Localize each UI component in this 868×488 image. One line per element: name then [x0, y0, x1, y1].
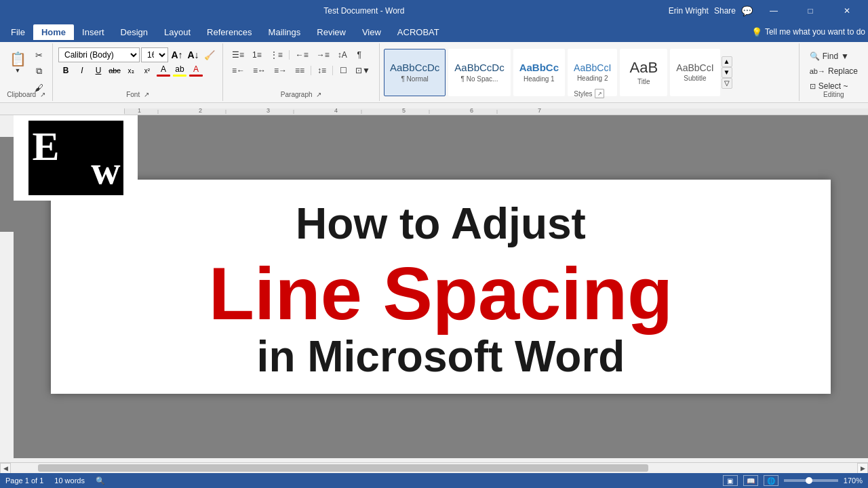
tell-me-input[interactable]: 💡 Tell me what you want to do — [751, 27, 865, 37]
tab-insert[interactable]: Insert — [74, 24, 113, 40]
document-heading: How to Adjust — [92, 200, 790, 247]
zoom-slider[interactable] — [784, 479, 838, 482]
find-button[interactable]: 🔍 Find ▼ — [805, 49, 863, 64]
ruler: 1 2 3 4 5 6 7 — [0, 103, 868, 115]
tab-home[interactable]: Home — [33, 24, 74, 40]
font-color-button[interactable]: A — [156, 63, 171, 78]
subscript-button[interactable]: x₂ — [123, 63, 138, 78]
clear-format-button[interactable]: 🧹 — [202, 47, 217, 62]
tab-mailings[interactable]: Mailings — [260, 24, 309, 40]
font-name-select[interactable]: Calibri (Body) — [58, 47, 140, 62]
logo-w: w — [91, 147, 120, 194]
language-indicator: 🔍 — [96, 476, 105, 485]
show-formatting-button[interactable]: ¶ — [352, 47, 367, 62]
italic-button[interactable]: I — [75, 63, 90, 78]
word-count: 10 words — [54, 476, 85, 485]
align-right-button[interactable]: ≡→ — [271, 63, 290, 78]
scroll-left-button[interactable]: ◀ — [0, 463, 11, 474]
tab-layout[interactable]: Layout — [156, 24, 199, 40]
tab-file[interactable]: File — [3, 24, 33, 40]
document-subtitle: in Microsoft Word — [92, 333, 790, 380]
editing-group: 🔍 Find ▼ ab→ Replace ⊡ Select ~ Editing — [800, 43, 868, 101]
superscript-button[interactable]: x² — [140, 63, 155, 78]
styles-group: AaBbCcDc ¶ Normal AaBbCcDc ¶ No Spac... … — [380, 43, 800, 101]
underline-button[interactable]: U — [91, 63, 106, 78]
font-label: Font ↗ — [53, 91, 222, 98]
print-layout-button[interactable]: ▣ — [723, 475, 738, 486]
tell-me-text: Tell me what you want to do — [765, 27, 865, 37]
document-title: Test Document - Word — [60, 6, 669, 16]
ew-logo: E w — [28, 121, 123, 195]
numbering-button[interactable]: 1≡ — [249, 47, 265, 62]
bullets-button[interactable]: ☰≡ — [229, 47, 248, 62]
document-page[interactable]: How to Adjust Line Spacing in Microsoft … — [51, 180, 831, 394]
ribbon-tabs: File Home Insert Design Layout Reference… — [0, 22, 868, 42]
scrollbar-thumb[interactable] — [38, 464, 648, 472]
sort-button[interactable]: ↕A — [334, 47, 351, 62]
bold-button[interactable]: B — [58, 63, 73, 78]
clipboard-group: 📋 ▼ ✂ ⧉ 🖌 Clipboard ↗ — [0, 43, 53, 101]
editing-label: Editing — [800, 91, 868, 98]
select-icon: ⊡ — [810, 82, 816, 91]
paragraph-group: ☰≡ 1≡ ⋮≡ ←≡ →≡ ↕A ¶ ≡← ≡↔ ≡→ ≡≡ ↕≡ ☐ — [223, 43, 380, 101]
tab-review[interactable]: Review — [309, 24, 354, 40]
cut-button[interactable]: ✂ — [31, 47, 47, 62]
text-color-button[interactable]: A — [189, 63, 203, 78]
paragraph-label: Paragraph ↗ — [223, 91, 379, 98]
shading-button[interactable]: ☐ — [336, 63, 351, 78]
svg-text:6: 6 — [470, 107, 473, 114]
styles-expand-button[interactable]: ↗ — [595, 89, 604, 98]
tab-design[interactable]: Design — [113, 24, 156, 40]
strikethrough-button[interactable]: abc — [107, 63, 122, 78]
scroll-right-button[interactable]: ▶ — [857, 463, 868, 474]
replace-button[interactable]: ab→ Replace — [805, 64, 863, 79]
styles-scroll: ▲ ▼ ▽ — [722, 56, 732, 89]
styles-scroll-up[interactable]: ▲ — [722, 56, 732, 67]
logo-e: E — [33, 123, 60, 170]
borders-button[interactable]: ⊡▼ — [352, 63, 374, 78]
multilevel-list-button[interactable]: ⋮≡ — [267, 47, 286, 62]
tab-acrobat[interactable]: ACROBAT — [389, 24, 448, 40]
highlight-button[interactable]: ab — [172, 63, 187, 78]
tab-view[interactable]: View — [354, 24, 389, 40]
find-icon: 🔍 — [810, 52, 820, 61]
justify-button[interactable]: ≡≡ — [292, 63, 308, 78]
scrollbar-track[interactable] — [11, 463, 857, 473]
decrease-indent-button[interactable]: ←≡ — [292, 47, 312, 62]
svg-text:5: 5 — [402, 107, 406, 114]
find-dropdown-icon[interactable]: ▼ — [841, 52, 849, 61]
maximize-button[interactable]: □ — [795, 0, 826, 22]
align-left-button[interactable]: ≡← — [229, 63, 248, 78]
font-size-select[interactable]: 16 — [141, 47, 168, 62]
styles-expand[interactable]: ▽ — [722, 78, 732, 89]
share-button[interactable]: Share — [714, 6, 736, 16]
line-spacing-button[interactable]: ↕≡ — [314, 63, 330, 78]
statusbar: Page 1 of 1 10 words 🔍 ▣ 📖 🌐 170% — [0, 473, 868, 488]
decrease-font-button[interactable]: A↓ — [186, 47, 201, 62]
user-name: Erin Wright — [669, 6, 709, 16]
minimize-button[interactable]: — — [758, 0, 789, 22]
styles-scroll-down[interactable]: ▼ — [722, 67, 732, 78]
svg-text:3: 3 — [267, 107, 270, 114]
logo-area — [0, 137, 14, 232]
logo-container: E w — [14, 115, 138, 201]
close-button[interactable]: ✕ — [831, 0, 863, 22]
horizontal-scrollbar[interactable]: ◀ ▶ — [0, 462, 868, 473]
document-area: E w How to Adjust Line Spacing in Micros… — [14, 115, 868, 458]
page-info: Page 1 of 1 — [5, 476, 43, 485]
read-mode-button[interactable]: 📖 — [743, 475, 758, 486]
increase-indent-button[interactable]: →≡ — [313, 47, 333, 62]
zoom-level: 170% — [844, 476, 863, 485]
web-layout-button[interactable]: 🌐 — [764, 475, 778, 486]
copy-button[interactable]: ⧉ — [31, 64, 47, 79]
align-center-button[interactable]: ≡↔ — [250, 63, 269, 78]
increase-font-button[interactable]: A↑ — [170, 47, 184, 62]
svg-text:7: 7 — [538, 107, 541, 114]
svg-text:4: 4 — [334, 107, 338, 114]
comment-icon[interactable]: 💬 — [741, 5, 753, 16]
svg-text:2: 2 — [199, 107, 202, 114]
clipboard-label: Clipboard ↗ — [0, 91, 52, 98]
paste-button[interactable]: 📋 ▼ — [5, 47, 30, 77]
tab-references[interactable]: References — [199, 24, 260, 40]
statusbar-right: ▣ 📖 🌐 170% — [723, 475, 863, 486]
